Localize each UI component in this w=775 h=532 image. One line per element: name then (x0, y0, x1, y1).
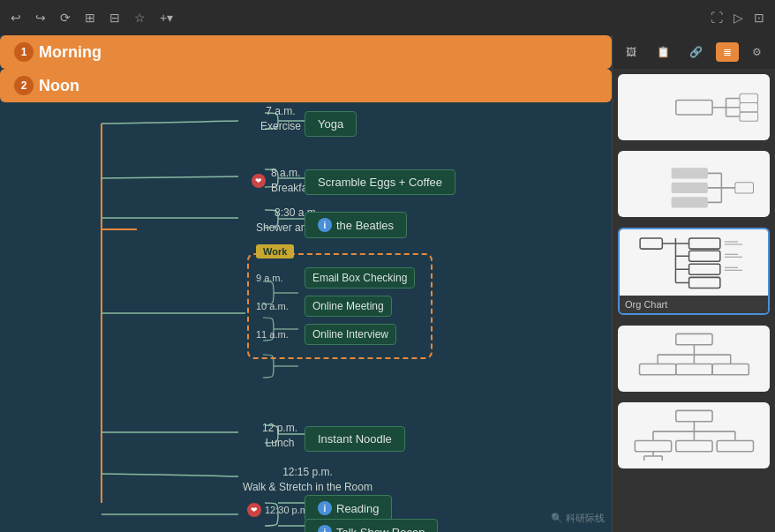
svg-rect-39 (689, 277, 720, 288)
noon-node[interactable]: 2 Noon (0, 69, 612, 102)
sidebar-tabs: 🖼 📋 🔗 ≣ ⚙ (613, 35, 775, 69)
template-org-svg (627, 233, 760, 293)
svg-rect-22 (671, 197, 707, 207)
svg-rect-11 (675, 100, 711, 115)
morning-badge: 1 (14, 42, 34, 62)
svg-rect-46 (675, 333, 711, 344)
svg-rect-20 (671, 168, 707, 178)
work-item-11am: 11 a.m. Online Interview (256, 324, 424, 345)
collapse-icon[interactable]: ⊟ (109, 11, 120, 25)
tab-clipboard[interactable]: 📋 (650, 42, 677, 62)
svg-rect-36 (689, 238, 720, 249)
layout-icon[interactable]: ⊞ (85, 11, 95, 25)
interview-node[interactable]: Online Interview (305, 324, 396, 345)
template-5[interactable] (618, 402, 770, 468)
yoga-node[interactable]: Yoga (305, 111, 357, 137)
svg-rect-38 (689, 264, 720, 274)
noon-badge: 2 (14, 76, 34, 95)
template-1-preview (618, 74, 770, 140)
morning-node[interactable]: 1 Morning (0, 35, 612, 69)
svg-rect-28 (734, 182, 753, 192)
template-4-svg (626, 329, 763, 389)
fullscreen-icon[interactable]: ⛶ (711, 11, 723, 25)
work-label: Work (256, 244, 294, 259)
lunch-node[interactable]: Instant Noodle (305, 426, 405, 452)
noon-label: Noon (39, 77, 79, 95)
breakfast-node[interactable]: Scramble Eggs + Coffee (305, 169, 455, 195)
template-org-preview (620, 229, 768, 296)
noon-icon: ❤ (247, 503, 261, 517)
svg-rect-54 (712, 363, 749, 374)
svg-rect-29 (641, 238, 663, 249)
template-2[interactable] (618, 151, 770, 217)
tab-settings[interactable]: ⚙ (745, 42, 769, 62)
tab-image[interactable]: 🖼 (619, 42, 643, 62)
beatles-node[interactable]: i the Beatles (305, 212, 407, 238)
time-exercise: 7 a.m. Exercise (260, 104, 301, 134)
beatles-info-icon: i (318, 218, 332, 232)
svg-rect-17 (740, 94, 758, 102)
template-4[interactable] (618, 326, 770, 392)
tab-list[interactable]: ≣ (716, 42, 739, 62)
canvas[interactable]: 1 Morning 7 a.m. Exercise Yoga ❤ 8 a.m. … (0, 35, 612, 532)
template-1[interactable] (618, 74, 770, 140)
template-2-preview (618, 151, 770, 217)
svg-rect-62 (675, 440, 711, 451)
meeting-node[interactable]: Online Meeting (305, 296, 392, 317)
star-icon[interactable]: ☆ (134, 11, 146, 25)
template-4-preview (618, 326, 770, 392)
email-node[interactable]: Email Box Checking (305, 267, 415, 288)
tab-link[interactable]: 🔗 (682, 42, 710, 62)
time-exercise-label: Exercise (260, 119, 301, 134)
svg-rect-61 (635, 440, 671, 451)
talkshow-node[interactable]: i Talk Show Recap (305, 519, 438, 532)
panel-icon[interactable]: ⊡ (754, 11, 764, 25)
svg-rect-52 (639, 363, 675, 374)
template-org-label: Org Chart (620, 296, 768, 313)
talkshow-info-icon: i (318, 525, 332, 532)
time-1230-container: ❤ 12:30 p.m. (247, 503, 311, 517)
toolbar: ↩ ↪ ⟳ ⊞ ⊟ ☆ +▾ ⛶ ▷ ⊡ (0, 0, 775, 35)
template-2-svg (626, 154, 763, 214)
svg-rect-63 (717, 440, 753, 451)
time-11am: 11 a.m. (256, 329, 296, 340)
time-9am: 9 a.m. (256, 273, 296, 283)
work-item-9am: 9 a.m. Email Box Checking (256, 267, 424, 288)
svg-rect-18 (740, 102, 758, 111)
template-5-svg (626, 406, 763, 466)
template-5-preview (618, 402, 770, 468)
template-org-chart[interactable]: Org Chart (618, 228, 770, 315)
reading-node[interactable]: i Reading (305, 495, 392, 521)
reading-info-icon: i (318, 501, 332, 515)
redo-icon[interactable]: ⟳ (60, 11, 71, 25)
back-icon[interactable]: ↩ (11, 11, 21, 25)
sidebar: 🖼 📋 🔗 ≣ ⚙ (612, 35, 775, 532)
forward-icon[interactable]: ↪ (35, 11, 46, 25)
svg-rect-21 (671, 182, 707, 192)
watermark: 🔍 科研际线 (551, 512, 605, 525)
svg-rect-53 (675, 363, 711, 374)
svg-rect-19 (740, 112, 758, 121)
work-box: Work 9 a.m. Email Box Checking 10 a.m. O… (247, 253, 433, 359)
breakfast-icon: ❤ (252, 174, 266, 188)
main-area: 1 Morning 7 a.m. Exercise Yoga ❤ 8 a.m. … (0, 35, 775, 532)
time-10am: 10 a.m. (256, 301, 296, 311)
morning-label: Morning (39, 43, 102, 62)
add-icon[interactable]: +▾ (160, 11, 173, 25)
work-item-10am: 10 a.m. Online Meeting (256, 296, 424, 317)
present-icon[interactable]: ▷ (734, 11, 743, 25)
time-walk: 12:15 p.m. Walk & Stretch in the Room (243, 465, 372, 495)
time-exercise-time: 7 a.m. (260, 104, 301, 119)
svg-rect-55 (675, 410, 711, 421)
time-lunch: 12 p.m. Lunch (262, 421, 297, 451)
template-1-svg (626, 78, 763, 138)
svg-rect-37 (689, 251, 720, 261)
